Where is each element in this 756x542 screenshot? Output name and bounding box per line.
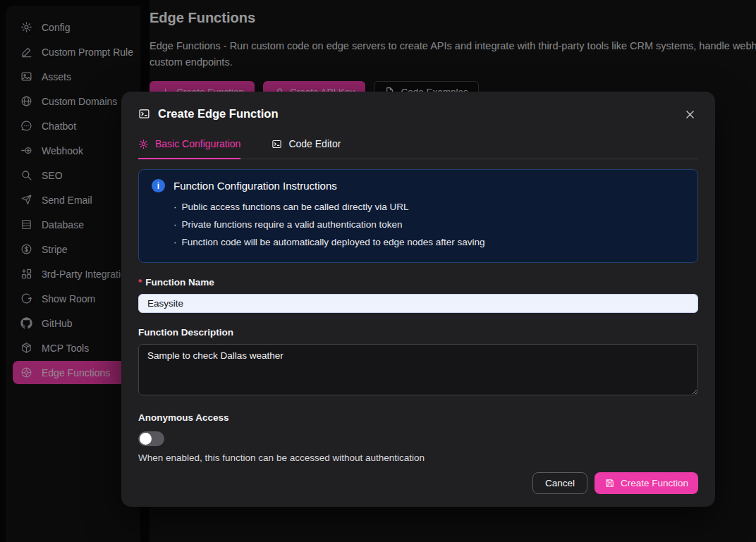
anonymous-access-toggle[interactable] <box>138 431 164 446</box>
tab-label: Basic Configuration <box>155 138 240 149</box>
info-box-header: i Function Configuration Instructions <box>152 179 685 192</box>
terminal-icon <box>272 139 282 149</box>
modal-title: Create Edge Function <box>158 107 279 121</box>
terminal-icon <box>138 108 150 120</box>
tab-label: Code Editor <box>288 138 341 149</box>
modal-footer: Cancel Create Function <box>532 472 698 494</box>
gear-icon <box>138 139 149 149</box>
function-description-textarea[interactable]: Sample to check Dallas weather <box>138 344 698 395</box>
info-bullet: · Private functions require a valid auth… <box>173 216 685 234</box>
function-name-input[interactable] <box>138 294 698 313</box>
required-marker: * <box>138 277 142 288</box>
create-function-submit-button[interactable]: Create Function <box>595 472 698 494</box>
tab-basic-configuration[interactable]: Basic Configuration <box>138 138 240 159</box>
anonymous-access-help: When enabled, this function can be acces… <box>138 452 698 463</box>
info-bullet-list: · Public access functions can be called … <box>173 199 685 252</box>
submit-label: Create Function <box>621 478 688 488</box>
close-icon[interactable] <box>681 106 698 123</box>
info-icon: i <box>152 179 165 192</box>
info-box: i Function Configuration Instructions · … <box>138 169 698 263</box>
modal-tabs: Basic Configuration Code Editor <box>138 138 698 159</box>
tab-code-editor[interactable]: Code Editor <box>272 138 341 159</box>
toggle-knob <box>140 433 152 445</box>
info-box-title: Function Configuration Instructions <box>173 180 337 192</box>
function-name-label: * Function Name <box>138 277 698 288</box>
modal-header: Create Edge Function <box>138 92 698 121</box>
save-icon <box>604 478 615 488</box>
anonymous-access-label: Anonymous Access <box>138 412 698 423</box>
info-bullet: · Public access functions can be called … <box>173 199 685 216</box>
function-description-label: Function Description <box>138 327 698 338</box>
cancel-button[interactable]: Cancel <box>532 472 587 494</box>
info-bullet: · Function code will be automatically de… <box>173 234 685 252</box>
create-edge-function-modal: Create Edge Function Basic Configuration… <box>121 92 715 507</box>
